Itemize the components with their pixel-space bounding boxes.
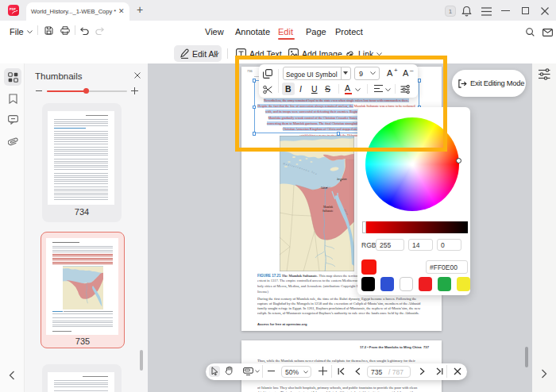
svg-text:Jerusalem: Jerusalem [337, 178, 347, 181]
svg-text:Sultanate: Sultanate [322, 209, 334, 213]
svg-text:Mamluk: Mamluk [323, 206, 333, 209]
svg-text:Cairo: Cairo [321, 186, 326, 190]
